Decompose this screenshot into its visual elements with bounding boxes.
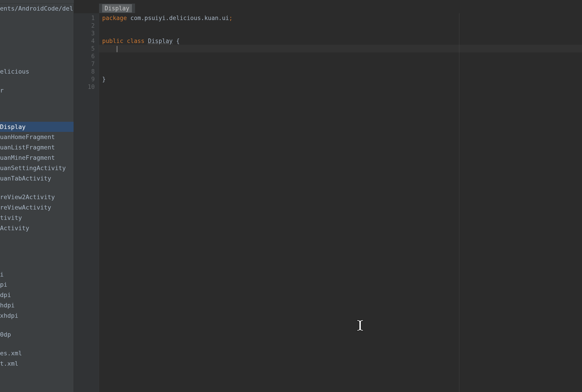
text-caret bbox=[117, 46, 117, 52]
sidebar-item[interactable]: hdpi bbox=[0, 300, 74, 310]
sidebar-item[interactable]: elicious bbox=[0, 66, 74, 77]
sidebar-item[interactable]: uanMineFragment bbox=[0, 152, 74, 163]
line-number[interactable]: 5 bbox=[74, 45, 99, 52]
breadcrumb-current[interactable]: Display bbox=[102, 4, 132, 12]
code-token bbox=[102, 45, 116, 52]
code-wrapper: 12345678910 package com.psuiyi.delicious… bbox=[74, 13, 582, 392]
line-number[interactable]: 2 bbox=[74, 22, 99, 30]
sidebar-item[interactable]: pi bbox=[0, 280, 74, 290]
main-container: ents/AndroidCode/delicio elicious r Disp… bbox=[0, 0, 582, 392]
line-number[interactable]: 10 bbox=[74, 83, 99, 91]
code-token: public bbox=[102, 38, 123, 44]
code-line[interactable]: } bbox=[102, 76, 582, 83]
sidebar-item[interactable]: uanSettingActivity bbox=[0, 163, 74, 173]
sidebar-item[interactable]: Activity bbox=[0, 223, 74, 233]
sidebar-file-tree[interactable]: elicious r Display uanHomeFragment uanLi… bbox=[0, 66, 74, 369]
code-token bbox=[144, 38, 148, 44]
sidebar-item[interactable]: reViewActivity bbox=[0, 202, 74, 213]
sidebar-item[interactable]: t.xml bbox=[0, 358, 74, 369]
code-token bbox=[123, 38, 127, 44]
sidebar-item[interactable]: es.xml bbox=[0, 348, 74, 358]
line-number[interactable]: 6 bbox=[74, 52, 99, 60]
sidebar-item[interactable]: uanHomeFragment bbox=[0, 132, 74, 142]
breadcrumb[interactable]: Display bbox=[99, 4, 135, 13]
line-number[interactable]: 8 bbox=[74, 68, 99, 76]
sidebar-item[interactable]: reView2Activity bbox=[0, 192, 74, 202]
code-line[interactable] bbox=[102, 52, 582, 60]
code-line[interactable] bbox=[102, 68, 582, 76]
code-line[interactable] bbox=[102, 60, 582, 68]
line-gutter[interactable]: 12345678910 bbox=[74, 13, 99, 392]
code-token: Display bbox=[148, 38, 173, 44]
sidebar-item[interactable]: r bbox=[0, 85, 74, 96]
code-line[interactable] bbox=[102, 22, 582, 30]
code-line[interactable] bbox=[102, 30, 582, 37]
editor-area: Display 12345678910 package com.psuiyi.d… bbox=[74, 0, 582, 392]
code-token: ; bbox=[229, 15, 233, 22]
project-sidebar[interactable]: ents/AndroidCode/delicio elicious r Disp… bbox=[0, 0, 74, 392]
code-token: package bbox=[102, 15, 127, 22]
code-line[interactable] bbox=[99, 45, 582, 52]
line-number[interactable]: 1 bbox=[74, 14, 99, 22]
code-line[interactable]: public class Display { bbox=[102, 37, 582, 45]
sidebar-item-display[interactable]: Display bbox=[0, 122, 74, 132]
sidebar-item[interactable]: xhdpi bbox=[0, 310, 74, 321]
sidebar-item[interactable]: 0dp bbox=[0, 330, 74, 340]
right-margin-guide bbox=[459, 13, 459, 392]
code-token: com.psuiyi.delicious.kuan.ui bbox=[127, 15, 229, 22]
line-number[interactable]: 9 bbox=[74, 76, 99, 83]
line-number[interactable]: 3 bbox=[74, 30, 99, 37]
path-breadcrumb: ents/AndroidCode/delicio bbox=[0, 4, 74, 13]
sidebar-item[interactable]: uanTabActivity bbox=[0, 173, 74, 184]
sidebar-item[interactable]: i bbox=[0, 269, 74, 280]
code-editor[interactable]: package com.psuiyi.delicious.kuan.ui;pub… bbox=[99, 13, 582, 392]
code-token: { bbox=[172, 38, 180, 44]
code-line[interactable] bbox=[102, 83, 582, 91]
line-number[interactable]: 7 bbox=[74, 60, 99, 68]
code-token: class bbox=[127, 38, 144, 44]
sidebar-item[interactable]: tivity bbox=[0, 213, 74, 223]
code-token: } bbox=[102, 76, 106, 82]
line-number[interactable]: 4 bbox=[74, 37, 99, 45]
sidebar-item[interactable]: dpi bbox=[0, 290, 74, 300]
sidebar-item[interactable]: uanListFragment bbox=[0, 142, 74, 152]
code-line[interactable]: package com.psuiyi.delicious.kuan.ui; bbox=[102, 14, 582, 22]
